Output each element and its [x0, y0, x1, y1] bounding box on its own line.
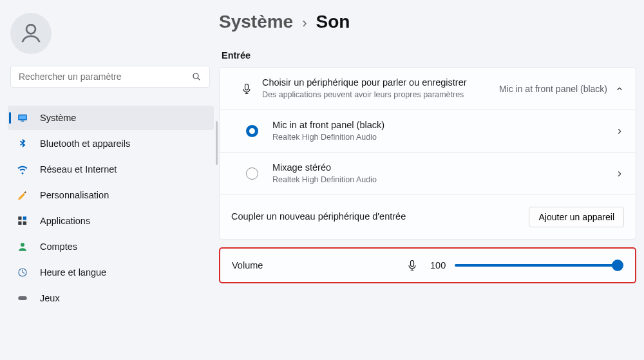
- sidebar-item-bluetooth[interactable]: Bluetooth et appareils: [8, 131, 214, 156]
- gamepad-icon: [17, 292, 28, 304]
- chevron-right-icon: [615, 169, 624, 178]
- user-icon: [18, 21, 44, 46]
- sidebar-item-label: Bluetooth et appareils: [40, 138, 130, 149]
- add-device-button[interactable]: Ajouter un appareil: [529, 207, 624, 227]
- chevron-up-icon: [615, 84, 624, 93]
- selected-device-value: Mic in at front panel (black): [499, 84, 607, 94]
- avatar[interactable]: [10, 13, 52, 54]
- sidebar-item-personalization[interactable]: Personnalisation: [8, 183, 214, 207]
- breadcrumb-parent[interactable]: Système: [219, 12, 293, 32]
- device-name: Mic in at front panel (black): [272, 119, 615, 132]
- radio-button[interactable]: [231, 125, 272, 137]
- choose-device-sublabel: Des applications peuvent avoir leurs pro…: [262, 90, 499, 101]
- brush-icon: [17, 189, 28, 201]
- device-name: Mixage stéréo: [272, 162, 615, 175]
- sidebar-item-label: Réseau et Internet: [40, 164, 117, 175]
- sidebar-item-system[interactable]: Système: [8, 106, 214, 130]
- svg-rect-4: [21, 121, 24, 122]
- nav-list: Système Bluetooth et appareils Réseau et…: [8, 106, 214, 310]
- input-device-option[interactable]: Mic in at front panel (black) Realtek Hi…: [220, 110, 636, 153]
- svg-point-1: [193, 73, 198, 79]
- svg-rect-5: [18, 216, 21, 220]
- page-title: Son: [316, 12, 350, 32]
- pair-new-device-row: Coupler un nouveau périphérique d'entrée…: [220, 195, 636, 239]
- microphone-icon: [231, 82, 262, 95]
- svg-rect-13: [411, 261, 414, 267]
- input-section-title: Entrée: [222, 50, 639, 61]
- volume-slider[interactable]: [455, 260, 623, 271]
- svg-point-9: [21, 243, 24, 247]
- volume-value: 100: [430, 260, 452, 270]
- breadcrumb: Système › Son: [219, 12, 639, 32]
- input-device-option[interactable]: Mixage stéréo Realtek High Definition Au…: [220, 153, 636, 195]
- sidebar: Système Bluetooth et appareils Réseau et…: [0, 0, 219, 360]
- device-driver: Realtek High Definition Audio: [272, 175, 615, 186]
- sidebar-item-label: Système: [40, 113, 76, 123]
- sidebar-item-label: Applications: [40, 216, 90, 226]
- chevron-right-icon: [615, 127, 624, 136]
- scrollbar[interactable]: [216, 121, 218, 165]
- svg-point-0: [26, 24, 35, 33]
- volume-label: Volume: [232, 260, 406, 270]
- search-icon: [191, 71, 202, 82]
- svg-rect-7: [18, 222, 21, 225]
- svg-rect-11: [18, 296, 27, 300]
- sidebar-item-label: Heure et langue: [40, 267, 106, 278]
- sidebar-item-network[interactable]: Réseau et Internet: [8, 157, 214, 182]
- pair-device-label: Coupler un nouveau périphérique d'entrée: [231, 211, 529, 223]
- search-field[interactable]: [19, 71, 191, 82]
- bluetooth-icon: [17, 138, 28, 149]
- svg-rect-12: [245, 84, 249, 90]
- device-driver: Realtek High Definition Audio: [272, 132, 615, 144]
- breadcrumb-separator: ›: [302, 15, 307, 32]
- sidebar-item-time-language[interactable]: Heure et langue: [8, 260, 214, 285]
- main-content: Système › Son Entrée Choisir un périphér…: [219, 0, 644, 360]
- sidebar-item-accounts[interactable]: Comptes: [8, 234, 214, 259]
- sidebar-item-apps[interactable]: Applications: [8, 209, 214, 233]
- svg-rect-6: [23, 216, 26, 220]
- volume-row: Volume 100: [219, 247, 636, 283]
- wifi-icon: [17, 164, 28, 175]
- choose-input-device-row[interactable]: Choisir un périphérique pour parler ou e…: [220, 68, 636, 110]
- apps-icon: [17, 215, 28, 227]
- clock-globe-icon: [17, 267, 28, 278]
- radio-button[interactable]: [231, 167, 272, 180]
- account-icon: [17, 241, 28, 252]
- svg-rect-3: [19, 115, 26, 119]
- input-devices-group: Choisir un périphérique pour parler ou e…: [219, 67, 636, 240]
- sidebar-item-label: Comptes: [40, 242, 77, 252]
- slider-thumb[interactable]: [612, 260, 623, 271]
- sidebar-item-label: Personnalisation: [40, 190, 109, 200]
- choose-device-label: Choisir un périphérique pour parler ou e…: [262, 77, 499, 90]
- microphone-icon: [406, 259, 419, 272]
- sidebar-item-label: Jeux: [40, 293, 60, 303]
- sidebar-item-gaming[interactable]: Jeux: [8, 286, 214, 310]
- search-input[interactable]: [10, 66, 210, 88]
- system-icon: [17, 112, 28, 124]
- svg-rect-8: [23, 222, 26, 225]
